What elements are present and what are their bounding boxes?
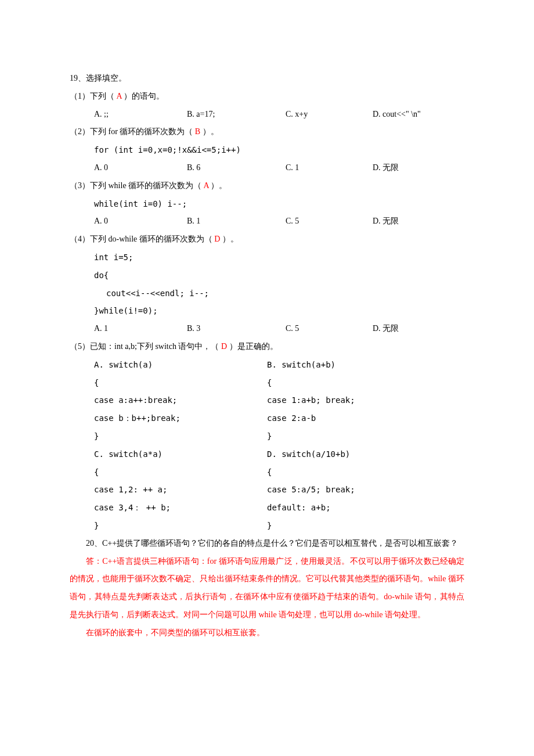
q19-sub5-stem: （5）已知：int a,b;下列 switch 语句中，（ D ）是正确的。 [70, 338, 464, 356]
code-line: A. switch(a) [94, 356, 267, 374]
code-line: case 1:a+b; break; [267, 391, 355, 409]
code-line: { [267, 463, 355, 481]
code-line: } [267, 427, 355, 445]
opt-c: C. 1 [286, 159, 373, 177]
code-line: case 1,2: ++ a; [94, 481, 267, 499]
opt-b: B. 6 [187, 159, 286, 177]
opt-c: C. 5 [286, 320, 373, 338]
opt-a: A. ;; [94, 106, 187, 124]
q19-s4-ans: D [214, 235, 220, 243]
q19-s3-ans: A [204, 181, 209, 190]
opt-b: B. a=17; [187, 106, 286, 124]
q19-s3-pre: （3）下列 while 循环的循环次数为（ [70, 181, 204, 190]
q19-title: 19、选择填空。 [70, 70, 464, 88]
document-page: 19、选择填空。 （1）下列（ A ）的语句。 A. ;; B. a=17; C… [0, 0, 534, 756]
q19-s2-ans: B [195, 127, 200, 136]
q19-sub1-stem: （1）下列（ A ）的语句。 [70, 88, 464, 106]
code-line: } [267, 517, 355, 535]
q19-s3-options: A. 0 B. 1 C. 5 D. 无限 [70, 213, 464, 231]
opt-c: C. 5 [286, 213, 373, 231]
q19-s5-a: A. switch(a) { case a:a++:break; case b：… [70, 356, 267, 445]
opt-d: D. 无限 [373, 213, 399, 231]
opt-d: D. cout<<" \n" [373, 106, 421, 124]
q19-s1-pre: （1）下列（ [70, 92, 117, 100]
q19-s1-post: ）的语句。 [122, 92, 165, 100]
q19-sub3-stem: （3）下列 while 循环的循环次数为（ A ）。 [70, 177, 464, 195]
opt-a: A. 1 [94, 320, 187, 338]
q20-question: 20、C++提供了哪些循环语句？它们的各自的特点是什么？它们是否可以相互替代，是… [70, 535, 464, 553]
code-line: default: a+b; [267, 499, 355, 517]
code-line: C. switch(a*a) [94, 445, 267, 463]
q19-s5-d: D. switch(a/10+b) { case 5:a/5; break; d… [267, 445, 355, 535]
code-line: B. switch(a+b) [267, 356, 355, 374]
code-line: case 3,4： ++ b; [94, 499, 267, 517]
q19-s5-row-ab: A. switch(a) { case a:a++:break; case b：… [70, 356, 464, 445]
q19-s4-code4: }while(i!=0); [70, 302, 464, 320]
q19-s5-post: ）是正确的。 [227, 342, 278, 351]
q19-s4-code3: cout<<i--<<endl; i--; [70, 285, 464, 303]
q19-s4-pre: （4）下列 do-while 循环的循环次数为（ [70, 235, 214, 243]
code-line: { [267, 374, 355, 392]
q19-s4-options: A. 1 B. 3 C. 5 D. 无限 [70, 320, 464, 338]
code-line: case a:a++:break; [94, 391, 267, 409]
q19-s5-c: C. switch(a*a) { case 1,2: ++ a; case 3,… [70, 445, 267, 535]
opt-d: D. 无限 [373, 159, 399, 177]
q20-answer-2: 在循环的嵌套中，不同类型的循环可以相互嵌套。 [70, 624, 464, 642]
code-line: } [94, 517, 267, 535]
q19-s2-pre: （2）下列 for 循环的循环次数为（ [70, 127, 195, 136]
q19-s4-code1: int i=5; [70, 249, 464, 267]
q20-answer-1: 答：C++语言提供三种循环语句：for 循环语句应用最广泛，使用最灵活。不仅可以… [70, 553, 464, 624]
code-line: case 2:a-b [267, 409, 355, 427]
q19-s5-row-cd: C. switch(a*a) { case 1,2: ++ a; case 3,… [70, 445, 464, 535]
q19-s2-post: ）。 [200, 127, 219, 136]
opt-b: B. 3 [187, 320, 286, 338]
code-line: case 5:a/5; break; [267, 481, 355, 499]
q19-s4-code2: do{ [70, 267, 464, 285]
code-line: { [94, 374, 267, 392]
opt-c: C. x+y [286, 106, 373, 124]
q19-sub2-stem: （2）下列 for 循环的循环次数为（ B ）。 [70, 123, 464, 141]
code-line: D. switch(a/10+b) [267, 445, 355, 463]
q19-s1-options: A. ;; B. a=17; C. x+y D. cout<<" \n" [70, 106, 464, 124]
q19-s5-ans: D [221, 342, 227, 351]
q19-s5-b: B. switch(a+b) { case 1:a+b; break; case… [267, 356, 355, 445]
q19-s2-code: for (int i=0,x=0;!x&&i<=5;i++) [70, 141, 464, 159]
opt-a: A. 0 [94, 213, 187, 231]
q19-s4-post: ）。 [220, 235, 239, 243]
q19-sub4-stem: （4）下列 do-while 循环的循环次数为（ D ）。 [70, 231, 464, 249]
q19-s3-post: ）。 [209, 181, 228, 190]
code-line: } [94, 427, 267, 445]
q19-s5-pre: （5）已知：int a,b;下列 switch 语句中，（ [70, 342, 221, 351]
q19-s1-ans: A [117, 92, 122, 100]
code-line: case b：b++;break; [94, 409, 267, 427]
q19-s3-code: while(int i=0) i--; [70, 195, 464, 213]
code-line: { [94, 463, 267, 481]
opt-d: D. 无限 [373, 320, 399, 338]
opt-a: A. 0 [94, 159, 187, 177]
q19-s2-options: A. 0 B. 6 C. 1 D. 无限 [70, 159, 464, 177]
opt-b: B. 1 [187, 213, 286, 231]
